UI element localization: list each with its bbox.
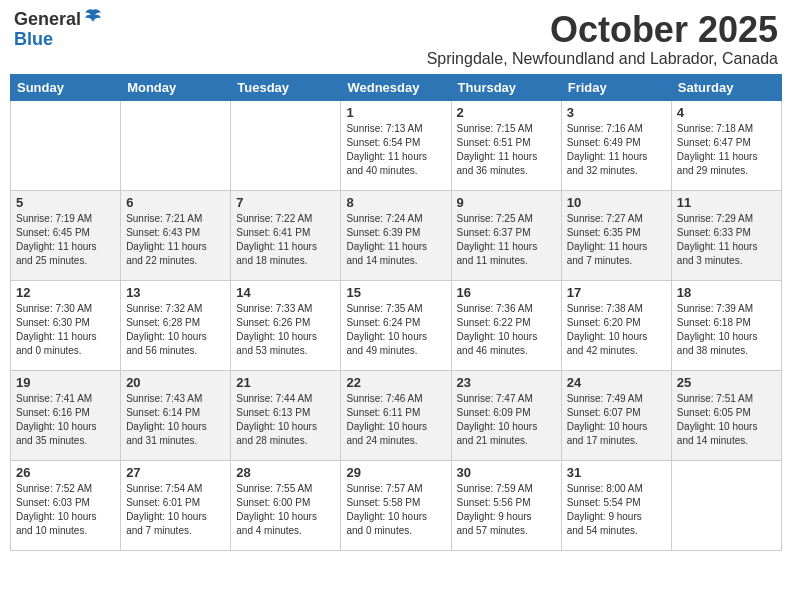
day-number: 29 <box>346 465 445 480</box>
day-number: 26 <box>16 465 115 480</box>
calendar-cell: 11Sunrise: 7:29 AM Sunset: 6:33 PM Dayli… <box>671 190 781 280</box>
weekday-header-thursday: Thursday <box>451 74 561 100</box>
day-number: 15 <box>346 285 445 300</box>
calendar-cell: 22Sunrise: 7:46 AM Sunset: 6:11 PM Dayli… <box>341 370 451 460</box>
calendar-cell: 16Sunrise: 7:36 AM Sunset: 6:22 PM Dayli… <box>451 280 561 370</box>
calendar-cell: 18Sunrise: 7:39 AM Sunset: 6:18 PM Dayli… <box>671 280 781 370</box>
day-info: Sunrise: 7:30 AM Sunset: 6:30 PM Dayligh… <box>16 302 115 358</box>
calendar-cell: 25Sunrise: 7:51 AM Sunset: 6:05 PM Dayli… <box>671 370 781 460</box>
weekday-header-monday: Monday <box>121 74 231 100</box>
calendar-cell: 4Sunrise: 7:18 AM Sunset: 6:47 PM Daylig… <box>671 100 781 190</box>
day-number: 6 <box>126 195 225 210</box>
day-number: 24 <box>567 375 666 390</box>
day-number: 3 <box>567 105 666 120</box>
calendar-cell: 23Sunrise: 7:47 AM Sunset: 6:09 PM Dayli… <box>451 370 561 460</box>
weekday-header-row: SundayMondayTuesdayWednesdayThursdayFrid… <box>11 74 782 100</box>
calendar-cell: 20Sunrise: 7:43 AM Sunset: 6:14 PM Dayli… <box>121 370 231 460</box>
calendar-cell: 26Sunrise: 7:52 AM Sunset: 6:03 PM Dayli… <box>11 460 121 550</box>
weekday-header-tuesday: Tuesday <box>231 74 341 100</box>
day-number: 17 <box>567 285 666 300</box>
calendar-cell: 13Sunrise: 7:32 AM Sunset: 6:28 PM Dayli… <box>121 280 231 370</box>
day-info: Sunrise: 7:19 AM Sunset: 6:45 PM Dayligh… <box>16 212 115 268</box>
day-info: Sunrise: 7:39 AM Sunset: 6:18 PM Dayligh… <box>677 302 776 358</box>
calendar-week-row: 12Sunrise: 7:30 AM Sunset: 6:30 PM Dayli… <box>11 280 782 370</box>
day-number: 4 <box>677 105 776 120</box>
day-number: 7 <box>236 195 335 210</box>
calendar-cell <box>121 100 231 190</box>
day-info: Sunrise: 7:22 AM Sunset: 6:41 PM Dayligh… <box>236 212 335 268</box>
calendar-cell <box>231 100 341 190</box>
calendar-week-row: 5Sunrise: 7:19 AM Sunset: 6:45 PM Daylig… <box>11 190 782 280</box>
logo: General Blue <box>14 10 103 50</box>
day-info: Sunrise: 7:24 AM Sunset: 6:39 PM Dayligh… <box>346 212 445 268</box>
day-number: 2 <box>457 105 556 120</box>
calendar-cell: 24Sunrise: 7:49 AM Sunset: 6:07 PM Dayli… <box>561 370 671 460</box>
day-info: Sunrise: 7:27 AM Sunset: 6:35 PM Dayligh… <box>567 212 666 268</box>
calendar-cell: 14Sunrise: 7:33 AM Sunset: 6:26 PM Dayli… <box>231 280 341 370</box>
day-info: Sunrise: 7:52 AM Sunset: 6:03 PM Dayligh… <box>16 482 115 538</box>
day-number: 12 <box>16 285 115 300</box>
calendar-cell: 29Sunrise: 7:57 AM Sunset: 5:58 PM Dayli… <box>341 460 451 550</box>
day-info: Sunrise: 7:54 AM Sunset: 6:01 PM Dayligh… <box>126 482 225 538</box>
day-number: 14 <box>236 285 335 300</box>
day-info: Sunrise: 7:29 AM Sunset: 6:33 PM Dayligh… <box>677 212 776 268</box>
calendar-cell <box>11 100 121 190</box>
day-number: 18 <box>677 285 776 300</box>
day-number: 27 <box>126 465 225 480</box>
calendar-cell: 15Sunrise: 7:35 AM Sunset: 6:24 PM Dayli… <box>341 280 451 370</box>
day-info: Sunrise: 7:15 AM Sunset: 6:51 PM Dayligh… <box>457 122 556 178</box>
calendar-week-row: 26Sunrise: 7:52 AM Sunset: 6:03 PM Dayli… <box>11 460 782 550</box>
calendar-cell: 28Sunrise: 7:55 AM Sunset: 6:00 PM Dayli… <box>231 460 341 550</box>
title-block: October 2025 Springdale, Newfoundland an… <box>427 10 778 68</box>
calendar-cell: 6Sunrise: 7:21 AM Sunset: 6:43 PM Daylig… <box>121 190 231 280</box>
page-header: General Blue October 2025 Springdale, Ne… <box>10 10 782 68</box>
day-info: Sunrise: 7:57 AM Sunset: 5:58 PM Dayligh… <box>346 482 445 538</box>
calendar-table: SundayMondayTuesdayWednesdayThursdayFrid… <box>10 74 782 551</box>
day-info: Sunrise: 7:25 AM Sunset: 6:37 PM Dayligh… <box>457 212 556 268</box>
day-number: 1 <box>346 105 445 120</box>
month-title: October 2025 <box>427 10 778 50</box>
logo-bird-icon <box>83 8 103 28</box>
day-info: Sunrise: 7:43 AM Sunset: 6:14 PM Dayligh… <box>126 392 225 448</box>
calendar-cell: 27Sunrise: 7:54 AM Sunset: 6:01 PM Dayli… <box>121 460 231 550</box>
day-number: 11 <box>677 195 776 210</box>
day-number: 28 <box>236 465 335 480</box>
day-number: 19 <box>16 375 115 390</box>
day-info: Sunrise: 7:32 AM Sunset: 6:28 PM Dayligh… <box>126 302 225 358</box>
logo-blue-text: Blue <box>14 30 53 50</box>
weekday-header-wednesday: Wednesday <box>341 74 451 100</box>
calendar-cell: 21Sunrise: 7:44 AM Sunset: 6:13 PM Dayli… <box>231 370 341 460</box>
day-info: Sunrise: 7:13 AM Sunset: 6:54 PM Dayligh… <box>346 122 445 178</box>
day-info: Sunrise: 7:38 AM Sunset: 6:20 PM Dayligh… <box>567 302 666 358</box>
day-info: Sunrise: 7:35 AM Sunset: 6:24 PM Dayligh… <box>346 302 445 358</box>
day-number: 31 <box>567 465 666 480</box>
day-number: 21 <box>236 375 335 390</box>
day-number: 10 <box>567 195 666 210</box>
day-number: 30 <box>457 465 556 480</box>
calendar-cell: 19Sunrise: 7:41 AM Sunset: 6:16 PM Dayli… <box>11 370 121 460</box>
day-number: 22 <box>346 375 445 390</box>
day-number: 13 <box>126 285 225 300</box>
day-number: 8 <box>346 195 445 210</box>
calendar-cell: 9Sunrise: 7:25 AM Sunset: 6:37 PM Daylig… <box>451 190 561 280</box>
calendar-cell: 17Sunrise: 7:38 AM Sunset: 6:20 PM Dayli… <box>561 280 671 370</box>
weekday-header-saturday: Saturday <box>671 74 781 100</box>
day-number: 16 <box>457 285 556 300</box>
calendar-cell: 7Sunrise: 7:22 AM Sunset: 6:41 PM Daylig… <box>231 190 341 280</box>
calendar-cell: 30Sunrise: 7:59 AM Sunset: 5:56 PM Dayli… <box>451 460 561 550</box>
day-info: Sunrise: 7:51 AM Sunset: 6:05 PM Dayligh… <box>677 392 776 448</box>
day-info: Sunrise: 7:33 AM Sunset: 6:26 PM Dayligh… <box>236 302 335 358</box>
calendar-cell: 3Sunrise: 7:16 AM Sunset: 6:49 PM Daylig… <box>561 100 671 190</box>
day-number: 5 <box>16 195 115 210</box>
calendar-cell: 5Sunrise: 7:19 AM Sunset: 6:45 PM Daylig… <box>11 190 121 280</box>
day-number: 25 <box>677 375 776 390</box>
weekday-header-friday: Friday <box>561 74 671 100</box>
day-info: Sunrise: 7:18 AM Sunset: 6:47 PM Dayligh… <box>677 122 776 178</box>
day-info: Sunrise: 7:59 AM Sunset: 5:56 PM Dayligh… <box>457 482 556 538</box>
calendar-cell: 31Sunrise: 8:00 AM Sunset: 5:54 PM Dayli… <box>561 460 671 550</box>
calendar-cell <box>671 460 781 550</box>
day-number: 20 <box>126 375 225 390</box>
calendar-cell: 2Sunrise: 7:15 AM Sunset: 6:51 PM Daylig… <box>451 100 561 190</box>
day-info: Sunrise: 7:16 AM Sunset: 6:49 PM Dayligh… <box>567 122 666 178</box>
day-info: Sunrise: 7:55 AM Sunset: 6:00 PM Dayligh… <box>236 482 335 538</box>
